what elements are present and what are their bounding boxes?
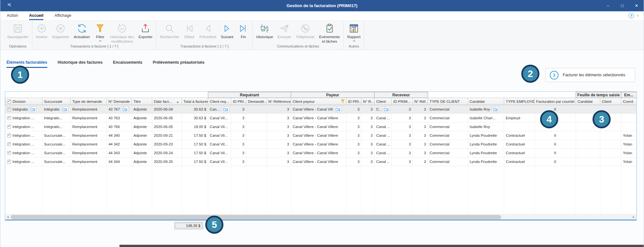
row-checkbox[interactable] bbox=[7, 134, 11, 137]
row-checkbox[interactable] bbox=[7, 107, 11, 111]
cell: 3 bbox=[231, 123, 246, 131]
column-header[interactable]: Succursale bbox=[42, 98, 70, 105]
column-header[interactable]: Type de demande bbox=[71, 98, 107, 105]
minimize-button[interactable]: – bbox=[601, 0, 615, 11]
row-checkbox[interactable] bbox=[7, 116, 11, 120]
facturer-selection-button[interactable]: Facturer les éléments sélectionnés bbox=[545, 68, 635, 82]
view-tab-pr-l-vements-pr-autoris-s[interactable]: Prélèvements préautorisés bbox=[153, 60, 205, 68]
view-tab--l-ments-facturables[interactable]: Éléments facturables bbox=[6, 60, 47, 68]
cell: 3 bbox=[231, 105, 246, 114]
cell: Intégration ... bbox=[6, 149, 42, 157]
menu-tab-action[interactable]: Action bbox=[7, 13, 18, 19]
cell: Canal Vil... bbox=[208, 157, 231, 166]
table-row[interactable]: Intégration ...Succursale...Remplacement… bbox=[6, 131, 637, 140]
cell: 3 bbox=[346, 140, 361, 149]
phone-icon bbox=[300, 23, 311, 34]
chevron-right-circle-icon bbox=[550, 71, 559, 80]
column-header[interactable]: Candidat bbox=[576, 98, 600, 105]
last-button[interactable]: Fin bbox=[235, 22, 251, 40]
cell: 17.50 $ bbox=[182, 149, 208, 157]
report-button[interactable]: Rapport bbox=[345, 22, 363, 42]
chevron-down-icon bbox=[353, 40, 356, 42]
bottom-edge-strip bbox=[119, 245, 644, 247]
cell: Isabelle Roy bbox=[468, 123, 504, 131]
column-header[interactable]: Client bbox=[600, 98, 621, 105]
open-record-icon[interactable] bbox=[29, 106, 37, 112]
cell: 2020-09-21 bbox=[152, 131, 182, 140]
column-header[interactable]: TYPE DE CLIENT bbox=[428, 98, 468, 105]
events-tasks-button[interactable]: Évènementset tâches bbox=[317, 22, 342, 44]
table-row[interactable]: Intégration ...Succursale...Remplacement… bbox=[6, 149, 637, 157]
maximize-button[interactable]: □ bbox=[615, 0, 629, 11]
first-icon bbox=[184, 23, 195, 34]
column-header[interactable]: Division bbox=[6, 98, 42, 105]
open-record-icon[interactable] bbox=[334, 106, 342, 112]
column-header[interactable]: Client payeur bbox=[291, 98, 346, 105]
close-button[interactable]: ✕ bbox=[629, 0, 644, 11]
export-button[interactable]: Exporter bbox=[136, 22, 155, 40]
cell: 3 bbox=[266, 123, 291, 131]
menu-tab-affichage[interactable]: Affichage bbox=[54, 13, 71, 19]
row-checkbox[interactable] bbox=[7, 160, 11, 164]
column-header[interactable]: N° Réf... bbox=[412, 98, 428, 105]
column-header[interactable]: N° Demande bbox=[107, 98, 131, 105]
next-button[interactable]: Suivant bbox=[219, 22, 235, 40]
cell: 18.00 $ bbox=[182, 123, 208, 131]
table-row[interactable]: Intégration ...Succursale...Remplacement… bbox=[6, 157, 637, 166]
cell bbox=[576, 149, 600, 157]
save-icon bbox=[12, 23, 23, 34]
history-button[interactable]: Historique bbox=[254, 22, 275, 40]
open-record-icon[interactable] bbox=[121, 106, 129, 112]
help-icon[interactable]: ? bbox=[628, 13, 634, 18]
view-tab-encaissements[interactable]: Encaissements bbox=[113, 60, 142, 68]
scrollbar-thumb[interactable] bbox=[11, 215, 501, 219]
column-header[interactable]: Client bbox=[375, 98, 392, 105]
cell: Canal Vil... bbox=[208, 140, 231, 149]
column-header[interactable]: Facturation par courriel bbox=[534, 98, 576, 105]
cell: 3 bbox=[346, 114, 361, 123]
column-header[interactable]: Coord bbox=[621, 98, 637, 105]
column-header[interactable]: Titre bbox=[132, 98, 152, 105]
cell: Remplacement bbox=[71, 140, 107, 149]
table-row[interactable]: Intégration ...Succursale...Remplacement… bbox=[6, 140, 637, 149]
collapse-ribbon-icon[interactable]: ˅ bbox=[637, 14, 638, 17]
column-header[interactable]: Total à facturer bbox=[182, 98, 208, 105]
column-header[interactable]: N° R... bbox=[361, 98, 375, 105]
cell: 3 bbox=[346, 105, 361, 114]
view-tab-historique-des-factures[interactable]: Historique des factures bbox=[58, 60, 103, 68]
cell bbox=[504, 105, 534, 114]
refresh-button[interactable]: Actualiser bbox=[72, 22, 93, 40]
column-header[interactable]: ID PRI... bbox=[231, 98, 246, 105]
row-checkbox[interactable] bbox=[7, 142, 11, 146]
open-record-icon[interactable] bbox=[61, 106, 68, 112]
column-header[interactable]: ID PRIM... bbox=[391, 98, 412, 105]
row-checkbox[interactable] bbox=[7, 151, 11, 155]
cell: Intégratio... bbox=[42, 114, 70, 123]
menu-tab-accueil[interactable]: Accueil bbox=[29, 13, 43, 20]
row-checkbox[interactable] bbox=[7, 125, 11, 129]
cell: Yolan bbox=[621, 157, 637, 166]
cell: Employé bbox=[504, 114, 534, 123]
cell bbox=[246, 114, 266, 123]
table-row[interactable]: IntégratioIntégratioRemplacement43 767Ad… bbox=[6, 105, 637, 114]
column-header[interactable]: ID PRI... bbox=[346, 98, 361, 105]
horizontal-scrollbar[interactable]: ◄ ► bbox=[5, 214, 636, 220]
open-record-icon[interactable] bbox=[382, 106, 390, 112]
column-header[interactable]: Date fact...▲ bbox=[152, 98, 182, 105]
search-icon bbox=[164, 23, 175, 34]
scroll-right-arrow[interactable]: ► bbox=[631, 215, 636, 220]
select-all-checkbox[interactable] bbox=[7, 100, 11, 103]
filter-button[interactable]: Filtre bbox=[92, 22, 108, 42]
filter-active-icon[interactable] bbox=[341, 99, 345, 103]
cell: Canal Vil... bbox=[208, 131, 231, 140]
column-header[interactable]: Demandé... bbox=[246, 98, 266, 105]
open-record-icon[interactable] bbox=[491, 106, 499, 112]
scroll-left-arrow[interactable]: ◄ bbox=[5, 215, 10, 220]
open-record-icon[interactable] bbox=[222, 106, 229, 112]
cell: 3 bbox=[412, 105, 428, 114]
filter-icon bbox=[95, 23, 106, 34]
column-header[interactable]: N° Référence bbox=[266, 98, 291, 105]
column-header[interactable]: Client req... bbox=[208, 98, 231, 105]
column-header[interactable]: Candidat bbox=[468, 98, 504, 105]
column-header[interactable]: TYPE EMPLOYÉ bbox=[504, 98, 534, 105]
